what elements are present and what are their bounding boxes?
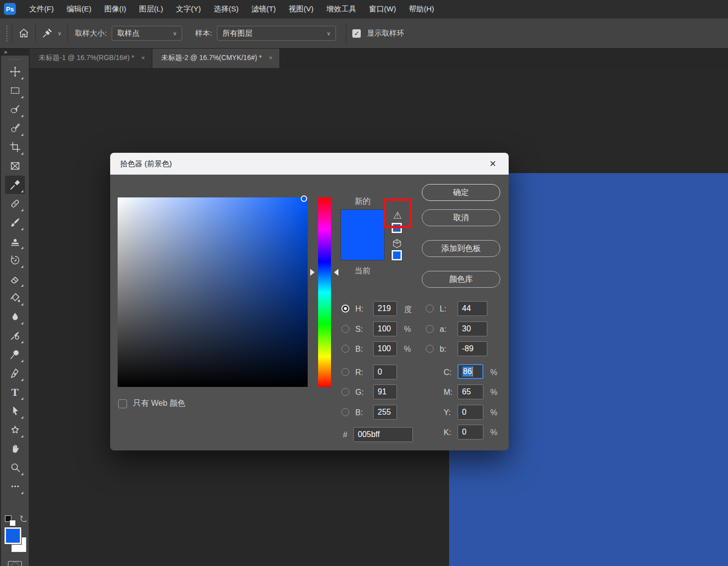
menu-layer[interactable]: 图层(L)	[132, 0, 169, 18]
history-brush-tool[interactable]	[5, 251, 25, 269]
default-colors-icon[interactable]	[5, 515, 16, 526]
home-icon[interactable]	[18, 28, 29, 39]
k-input[interactable]: 0	[458, 425, 483, 440]
new-color-swatch	[341, 210, 384, 236]
c-input[interactable]: 86	[458, 364, 483, 379]
chevron-down-icon[interactable]: ∨	[58, 30, 62, 37]
menu-file[interactable]: 文件(F)	[23, 0, 60, 18]
menu-plugins[interactable]: 增效工具	[320, 0, 363, 18]
crop-tool[interactable]	[5, 138, 25, 156]
close-icon[interactable]: ✕	[483, 153, 503, 175]
clone-stamp-tool[interactable]	[5, 232, 25, 251]
menu-view[interactable]: 视图(V)	[282, 0, 320, 18]
menu-select[interactable]: 选择(S)	[207, 0, 245, 18]
radio-g[interactable]	[341, 388, 349, 396]
current-color-swatch[interactable]	[341, 236, 384, 260]
r-input[interactable]: 0	[373, 365, 397, 379]
menu-edit[interactable]: 编辑(E)	[60, 0, 98, 18]
s-input[interactable]: 100	[373, 321, 397, 336]
radio-lab-b[interactable]	[426, 345, 434, 353]
radio-r[interactable]	[341, 368, 349, 376]
sample-size-dropdown[interactable]: 取样点∨	[112, 26, 182, 41]
close-icon[interactable]: ×	[141, 54, 145, 62]
radio-rgb-b[interactable]	[341, 408, 349, 416]
eyedropper-tool[interactable]	[5, 176, 25, 194]
web-colors-only-checkbox[interactable]	[118, 399, 127, 408]
menu-image[interactable]: 图像(I)	[98, 0, 132, 18]
divider	[346, 23, 346, 43]
web-color-cube-icon[interactable]	[392, 238, 402, 249]
sample-dropdown[interactable]: 所有图层∨	[217, 26, 336, 41]
dialog-title-bar[interactable]: 拾色器 (前景色) ✕	[110, 153, 509, 175]
brush-tool[interactable]	[5, 213, 25, 232]
g-label: G:	[355, 388, 372, 397]
tab-untitled-2[interactable]: 未标题-2 @ 16.7%(CMYK/16#) * ×	[152, 48, 280, 68]
hand-tool[interactable]	[5, 440, 25, 458]
saturation-brightness-field[interactable]	[118, 197, 308, 387]
mixer-brush-tool[interactable]	[5, 326, 25, 345]
hue-slider[interactable]	[318, 197, 331, 387]
m-input[interactable]: 65	[458, 384, 483, 399]
ok-button[interactable]: 确定	[422, 184, 500, 201]
hue-slider-handle-right[interactable]	[334, 269, 338, 276]
h-input[interactable]: 219	[373, 301, 397, 316]
a-input[interactable]: 30	[458, 321, 487, 336]
l-input[interactable]: 44	[458, 301, 487, 316]
radio-a[interactable]	[426, 325, 434, 333]
cancel-button[interactable]: 取消	[422, 209, 500, 226]
add-to-swatches-button[interactable]: 添加到色板	[422, 240, 500, 257]
radio-l[interactable]	[426, 305, 434, 313]
rectangular-marquee-tool[interactable]	[5, 81, 25, 100]
h-label: H:	[355, 305, 372, 314]
panel-collapse-chevrons[interactable]: »	[4, 49, 8, 56]
dodge-tool[interactable]	[5, 345, 25, 364]
blur-tool[interactable]	[5, 308, 25, 326]
move-tool[interactable]	[5, 63, 25, 81]
lab-b-input[interactable]: -89	[458, 341, 487, 356]
tab-untitled-1[interactable]: 未标题-1 @ 16.7%(RGB/16#) * ×	[30, 48, 152, 68]
dialog-title: 拾色器 (前景色)	[120, 159, 172, 169]
foreground-color-swatch[interactable]	[4, 527, 21, 544]
eraser-tool[interactable]	[5, 270, 25, 288]
chevron-down-icon: ∨	[327, 30, 331, 37]
divider	[35, 23, 36, 43]
eyedropper-preset-icon[interactable]: ∨	[42, 28, 62, 39]
swap-colors-icon[interactable]: ⤾	[18, 515, 27, 522]
hex-input[interactable]: 005bff	[353, 427, 413, 442]
b-input[interactable]: 100	[373, 341, 397, 356]
custom-shape-tool[interactable]	[5, 421, 25, 439]
k-unit: %	[490, 428, 497, 437]
color-libraries-button[interactable]: 颜色库	[422, 271, 500, 288]
pen-tool[interactable]	[5, 364, 25, 382]
radio-s[interactable]	[341, 325, 349, 333]
g-input[interactable]: 91	[373, 384, 397, 399]
hex-hash-label: #	[343, 431, 347, 440]
tab-title: 未标题-1 @ 16.7%(RGB/16#) *	[39, 54, 134, 63]
web-proxy-swatch[interactable]	[392, 250, 402, 260]
paint-bucket-tool[interactable]	[5, 289, 25, 307]
menu-filter[interactable]: 滤镜(T)	[245, 0, 282, 18]
quick-mask-button[interactable]	[8, 561, 22, 566]
menu-help[interactable]: 帮助(H)	[402, 0, 441, 18]
y-unit: %	[490, 408, 497, 417]
tool-options-bar: ∨ 取样大小: 取样点∨ 样本: 所有图层∨ ✓ 显示取样环	[0, 18, 728, 49]
chevron-down-icon: ∨	[173, 30, 177, 37]
rgb-b-input[interactable]: 255	[373, 405, 397, 420]
object-selection-tool[interactable]	[5, 100, 25, 119]
path-selection-tool[interactable]	[5, 402, 25, 420]
y-input[interactable]: 0	[458, 405, 483, 420]
spot-healing-brush-tool[interactable]	[5, 194, 25, 213]
zoom-tool[interactable]	[5, 458, 25, 477]
type-tool[interactable]: T	[5, 383, 25, 401]
show-sampling-ring-checkbox[interactable]: ✓	[352, 29, 361, 38]
radio-b[interactable]	[341, 345, 349, 353]
edit-toolbar-ellipsis[interactable]	[5, 477, 25, 496]
menu-type[interactable]: 文字(Y)	[170, 0, 207, 18]
frame-tool[interactable]	[5, 157, 25, 175]
color-field-marker[interactable]	[301, 195, 307, 202]
quick-selection-tool[interactable]	[5, 119, 25, 137]
hue-slider-handle-left[interactable]	[310, 269, 315, 276]
close-icon[interactable]: ×	[268, 54, 272, 62]
menu-window[interactable]: 窗口(W)	[363, 0, 402, 18]
radio-h[interactable]	[341, 305, 349, 313]
